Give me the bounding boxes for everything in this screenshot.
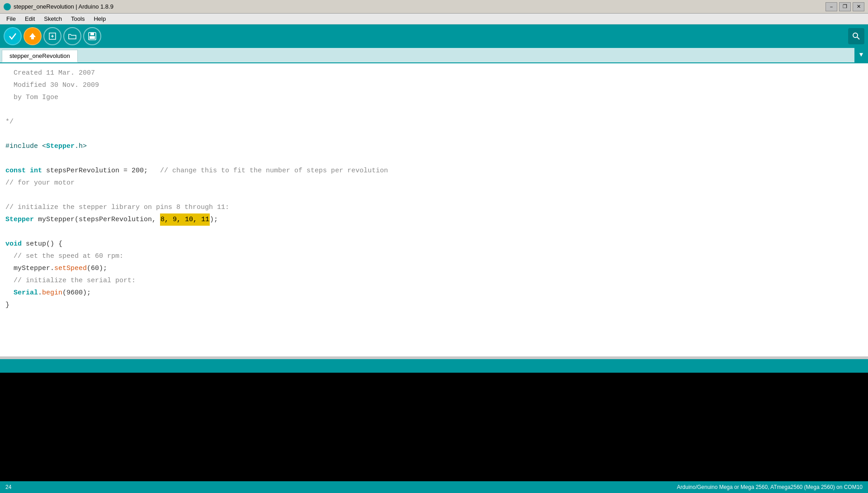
menu-bar: File Edit Sketch Tools Help [0,14,868,24]
code-line-17: myStepper.setSpeed(60); [5,262,863,275]
code-line-5: */ [5,116,863,128]
code-line-2: Modified 30 Nov. 2009 [5,79,863,91]
code-line-15: void setup() { [5,238,863,250]
code-line-13: Stepper myStepper(stepsPerRevolution, 8,… [5,213,863,226]
svg-marker-0 [29,33,36,39]
svg-line-8 [857,37,859,39]
toolbar [0,24,868,48]
svg-rect-6 [90,36,95,39]
bottom-bar: 24 Arduino/Genuino Mega or Mega 2560, AT… [0,481,868,493]
title-bar-controls[interactable]: − ❐ ✕ [826,2,864,11]
code-line-10: // for your motor [5,177,863,189]
code-line-9: const int stepsPerRevolution = 200; // c… [5,165,863,177]
close-button[interactable]: ✕ [853,2,864,11]
board-info: Arduino/Genuino Mega or Mega 2560, ATmeg… [677,484,863,490]
search-button[interactable] [848,28,864,44]
open-button[interactable] [63,27,81,45]
code-line-11 [5,189,863,201]
tab-dropdown[interactable]: ▼ [854,47,868,62]
tab-bar: stepper_oneRevolution ▼ [0,48,868,63]
svg-rect-5 [90,33,94,35]
upload-button[interactable] [24,27,42,45]
menu-sketch[interactable]: Sketch [39,14,66,23]
tab-label: stepper_oneRevolution [9,52,70,59]
line-number: 24 [5,484,11,490]
minimize-button[interactable]: − [826,2,837,11]
code-line-20: } [5,299,863,311]
code-line-16: // set the speed at 60 rpm: [5,250,863,262]
tab-stepper-onerevolution[interactable]: stepper_oneRevolution [2,50,78,62]
code-line-3: by Tom Igoe [5,91,863,104]
code-line-14 [5,226,863,238]
code-line-12: // initialize the stepper library on pin… [5,201,863,213]
code-line-8 [5,152,863,165]
title-bar: stepper_oneRevolution | Arduino 1.8.9 − … [0,0,868,14]
code-line-1: Created 11 Mar. 2007 [5,67,863,79]
code-editor[interactable]: Created 11 Mar. 2007 Modified 30 Nov. 20… [0,63,868,356]
code-line-7: #include <Stepper.h> [5,140,863,152]
menu-tools[interactable]: Tools [66,14,89,23]
restore-button[interactable]: ❐ [839,2,851,11]
code-line-6 [5,128,863,140]
verify-button[interactable] [4,27,22,45]
menu-file[interactable]: File [2,14,20,23]
status-bar [0,359,868,373]
app-icon [4,3,11,10]
code-line-19: Serial.begin(9600); [5,287,863,299]
menu-edit[interactable]: Edit [20,14,39,23]
menu-help[interactable]: Help [89,14,110,23]
window-title: stepper_oneRevolution | Arduino 1.8.9 [14,3,113,10]
save-button[interactable] [83,27,101,45]
title-bar-left: stepper_oneRevolution | Arduino 1.8.9 [4,3,113,10]
new-button[interactable] [43,27,61,45]
code-line-4 [5,104,863,116]
code-line-18: // initialize the serial port: [5,275,863,287]
console-area [0,373,868,493]
svg-point-7 [853,33,858,38]
